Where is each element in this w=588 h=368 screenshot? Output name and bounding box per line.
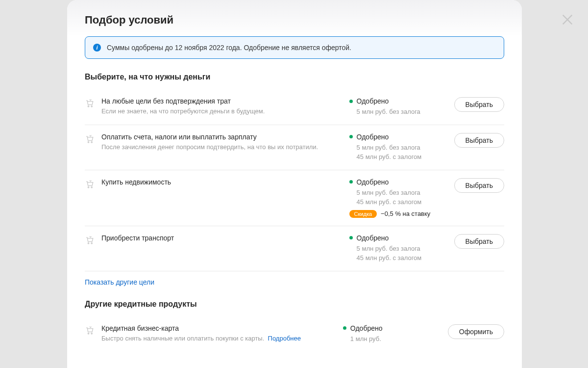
option-status: Одобрено 5 млн руб. без залога xyxy=(349,97,447,117)
apply-button[interactable]: Оформить xyxy=(448,324,504,339)
status-line: 5 млн руб. без залога xyxy=(357,188,447,198)
option-action: Выбрать xyxy=(454,97,504,112)
svg-point-5 xyxy=(91,186,92,187)
cart-icon xyxy=(85,179,95,189)
cart-icon xyxy=(85,325,95,335)
section-title-other-products: Другие кредитные продукты xyxy=(85,300,504,309)
modal-body: i Суммы одобрены до 12 ноября 2022 года.… xyxy=(67,36,522,368)
svg-point-6 xyxy=(88,242,89,243)
discount-row: Скидка −0,5 % на ставку xyxy=(349,210,447,218)
show-more-link[interactable]: Показать другие цели xyxy=(85,271,154,288)
info-icon: i xyxy=(93,44,101,52)
option-action: Оформить xyxy=(448,324,504,339)
option-buy-property: Купить недвижимость Одобрено 5 млн руб. … xyxy=(85,170,504,226)
option-desc: Если не знаете, на что потребуются деньг… xyxy=(101,107,343,116)
status-approved: Одобрено xyxy=(343,324,441,332)
option-action: Выбрать xyxy=(454,178,504,193)
svg-point-0 xyxy=(88,106,89,107)
select-button[interactable]: Выбрать xyxy=(454,234,504,249)
status-line: 5 млн руб. без залога xyxy=(357,244,447,254)
option-status: Одобрено 5 млн руб. без залога 45 млн ру… xyxy=(349,133,447,162)
close-button[interactable] xyxy=(559,11,576,28)
option-title: Кредитная бизнес-карта xyxy=(101,324,336,332)
svg-point-1 xyxy=(91,106,92,107)
info-text: Суммы одобрены до 12 ноября 2022 года. О… xyxy=(107,44,351,52)
status-approved: Одобрено xyxy=(349,234,447,242)
option-text: Кредитная бизнес-карта Быстро снять нали… xyxy=(101,324,336,343)
option-any-purpose: На любые цели без подтверждения трат Есл… xyxy=(85,89,504,125)
option-title: Купить недвижимость xyxy=(101,178,343,186)
option-title: На любые цели без подтверждения трат xyxy=(101,97,343,105)
cart-icon xyxy=(85,134,95,144)
info-banner: i Суммы одобрены до 12 ноября 2022 года.… xyxy=(85,36,504,59)
status-dot-icon xyxy=(349,135,353,138)
option-title: Приобрести транспорт xyxy=(101,234,343,242)
discount-text: −0,5 % на ставку xyxy=(381,210,430,217)
status-line: 45 млн руб. с залогом xyxy=(357,197,447,207)
status-line: 5 млн руб. без залога xyxy=(357,107,447,117)
status-label: Одобрено xyxy=(350,324,383,332)
option-text: Купить недвижимость xyxy=(101,178,343,188)
option-action: Выбрать xyxy=(454,133,504,148)
select-button[interactable]: Выбрать xyxy=(454,178,504,193)
option-title: Оплатить счета, налоги или выплатить зар… xyxy=(101,133,343,141)
status-approved: Одобрено xyxy=(349,178,447,186)
status-label: Одобрено xyxy=(357,133,389,141)
status-dot-icon xyxy=(349,180,353,184)
cart-icon xyxy=(85,235,95,245)
status-dot-icon xyxy=(349,100,353,103)
select-button[interactable]: Выбрать xyxy=(454,97,504,112)
svg-point-8 xyxy=(88,333,89,334)
status-label: Одобрено xyxy=(357,97,389,105)
status-line: 45 млн руб. с залогом xyxy=(357,253,447,263)
conditions-modal: Подбор условий i Суммы одобрены до 12 но… xyxy=(67,0,522,368)
svg-point-9 xyxy=(91,333,92,334)
status-line: 45 млн руб. с залогом xyxy=(357,152,447,162)
option-status: Одобрено 5 млн руб. без залога 45 млн ру… xyxy=(349,234,447,263)
option-status: Одобрено 1 млн руб. xyxy=(343,324,441,344)
svg-point-3 xyxy=(91,141,92,142)
modal-header: Подбор условий xyxy=(67,0,522,36)
option-text: На любые цели без подтверждения трат Есл… xyxy=(101,97,343,116)
more-link[interactable]: Подробнее xyxy=(268,335,301,342)
status-dot-icon xyxy=(343,326,346,330)
status-dot-icon xyxy=(349,236,353,239)
svg-point-7 xyxy=(91,242,92,243)
other-product-business-card: Кредитная бизнес-карта Быстро снять нали… xyxy=(85,316,504,352)
status-line: 5 млн руб. без залога xyxy=(357,143,447,153)
svg-point-4 xyxy=(88,186,89,187)
section-title-purposes: Выберите, на что нужны деньги xyxy=(85,73,504,81)
cart-icon xyxy=(85,98,95,108)
modal-title: Подбор условий xyxy=(85,14,504,26)
option-buy-transport: Приобрести транспорт Одобрено 5 млн руб.… xyxy=(85,226,504,271)
option-desc: Быстро снять наличные или оплатить покуп… xyxy=(101,334,336,343)
discount-badge: Скидка xyxy=(349,210,377,218)
status-label: Одобрено xyxy=(357,178,389,186)
option-desc-text: Быстро снять наличные или оплатить покуп… xyxy=(101,335,264,342)
status-label: Одобрено xyxy=(357,234,389,242)
option-status: Одобрено 5 млн руб. без залога 45 млн ру… xyxy=(349,178,447,218)
select-button[interactable]: Выбрать xyxy=(454,133,504,148)
option-action: Выбрать xyxy=(454,234,504,249)
status-approved: Одобрено xyxy=(349,133,447,141)
option-text: Приобрести транспорт xyxy=(101,234,343,244)
svg-point-2 xyxy=(88,141,89,142)
option-pay-bills: Оплатить счета, налоги или выплатить зар… xyxy=(85,125,504,170)
option-desc: После зачисления денег попросим подтверд… xyxy=(101,143,343,152)
status-approved: Одобрено xyxy=(349,97,447,105)
option-text: Оплатить счета, налоги или выплатить зар… xyxy=(101,133,343,152)
status-line: 1 млн руб. xyxy=(350,334,441,344)
